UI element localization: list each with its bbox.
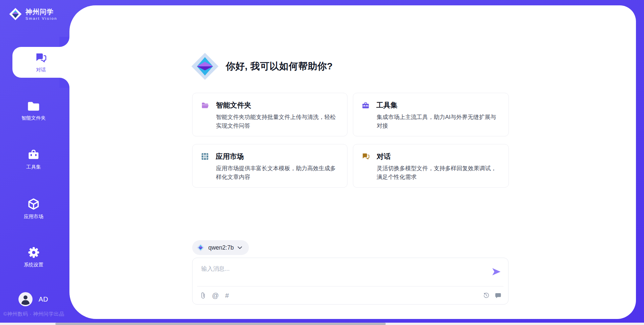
gear-icon	[28, 246, 40, 259]
horizontal-scrollbar-thumb[interactable]	[55, 323, 386, 325]
chat-icon	[35, 52, 47, 64]
user-account[interactable]: AD	[18, 292, 48, 306]
card-title: 应用市场	[216, 152, 244, 161]
greeting-logo-icon	[190, 52, 220, 81]
model-selector[interactable]: qwen2:7b	[192, 240, 249, 255]
brand: 神州问学 Smart Vision	[9, 7, 57, 21]
chat-bubble-button[interactable]	[495, 292, 501, 299]
composer-toolbar: @ #	[201, 289, 501, 302]
card-chat[interactable]: 对话 灵活切换多模型文件，支持多样回复效果调试，满足个性化需求	[353, 144, 509, 188]
card-title: 对话	[377, 152, 391, 161]
card-smart-folder[interactable]: 智能文件夹 智能文件夹功能支持批量文件上传与清洗，轻松实现文件问答	[192, 93, 347, 136]
sidebar-item-label: 系统设置	[24, 262, 43, 268]
card-description: 智能文件夹功能支持批量文件上传与清洗，轻松实现文件问答	[216, 113, 338, 130]
hashtag-button[interactable]: #	[225, 292, 229, 299]
send-icon	[491, 267, 501, 277]
history-icon	[483, 292, 490, 299]
brand-name: 神州问学	[25, 8, 57, 15]
model-name: qwen2:7b	[208, 244, 234, 251]
feature-cards: 智能文件夹 智能文件夹功能支持批量文件上传与清洗，轻松实现文件问答 工具集 集成…	[192, 93, 509, 188]
mention-button[interactable]: @	[212, 292, 219, 299]
attach-file-button[interactable]	[201, 292, 206, 299]
active-tab-bottom-curve	[59, 78, 69, 88]
card-header: 工具集	[362, 101, 500, 110]
model-logo-icon	[197, 244, 205, 252]
paperclip-icon	[201, 292, 206, 299]
card-header: 应用市场	[201, 152, 338, 161]
sidebar-item-settings[interactable]: 系统设置	[0, 246, 67, 268]
sidebar-item-app-market[interactable]: 应用市场	[0, 198, 67, 220]
cube-icon	[27, 198, 40, 210]
card-app-market[interactable]: 应用市场 应用市场提供丰富长文本模板，助力高效生成多样化文章内容	[192, 144, 347, 188]
composer-divider	[197, 286, 503, 286]
chat-bubble-icon	[495, 292, 501, 299]
message-composer: @ #	[192, 258, 508, 305]
card-description: 集成市场上主流工具，助力AI与外界无缝扩展与对接	[377, 113, 500, 130]
chat-bubbles-icon	[362, 152, 370, 160]
card-header: 智能文件夹	[201, 101, 338, 110]
sidebar-item-label: 应用市场	[24, 213, 43, 220]
card-description: 灵活切换多模型文件，支持多样回复效果调试，满足个性化需求	[377, 164, 500, 181]
brand-subtitle: Smart Vision	[25, 16, 57, 20]
sidebar-item-chat[interactable]: 对话	[12, 47, 69, 78]
card-title: 智能文件夹	[216, 101, 251, 110]
card-description: 应用市场提供丰富长文本模板，助力高效生成多样化文章内容	[216, 164, 338, 181]
toolbox-icon	[27, 149, 40, 161]
folder-icon	[27, 101, 40, 112]
user-initials: AD	[39, 296, 48, 303]
sidebar-item-toolset[interactable]: 工具集	[0, 149, 67, 170]
greeting: 你好, 我可以如何帮助你?	[190, 52, 333, 81]
chevron-down-icon	[237, 246, 242, 249]
sidebar-footer: ©神州数码 · 神州问学出品	[3, 311, 67, 317]
sidebar-item-label: 工具集	[26, 164, 41, 170]
greeting-text: 你好, 我可以如何帮助你?	[226, 60, 333, 73]
sidebar-item-smart-folder[interactable]: 智能文件夹	[0, 101, 67, 121]
grid-icon	[201, 152, 209, 160]
brand-logo-icon	[9, 7, 22, 21]
message-input[interactable]	[201, 264, 484, 284]
history-button[interactable]	[483, 292, 490, 299]
sidebar-item-label: 对话	[36, 67, 46, 73]
avatar	[18, 292, 33, 306]
folder-open-icon	[201, 102, 209, 109]
sidebar-item-label: 智能文件夹	[21, 115, 46, 121]
toolbox-icon	[362, 102, 370, 109]
sidebar: 神州问学 Smart Vision 对话 智能文件夹	[0, 0, 69, 325]
brand-text: 神州问学 Smart Vision	[25, 8, 57, 20]
active-tab-top-curve	[59, 37, 69, 47]
card-header: 对话	[362, 152, 500, 161]
send-button[interactable]	[491, 267, 501, 277]
composer-right-tools	[483, 292, 501, 299]
card-title: 工具集	[376, 101, 397, 110]
card-toolset[interactable]: 工具集 集成市场上主流工具，助力AI与外界无缝扩展与对接	[353, 93, 509, 136]
composer-left-tools: @ #	[201, 292, 229, 299]
main-content: 你好, 我可以如何帮助你? 智能文件夹 智能文件夹功能支持批量文件上传与清洗，轻…	[69, 5, 636, 319]
